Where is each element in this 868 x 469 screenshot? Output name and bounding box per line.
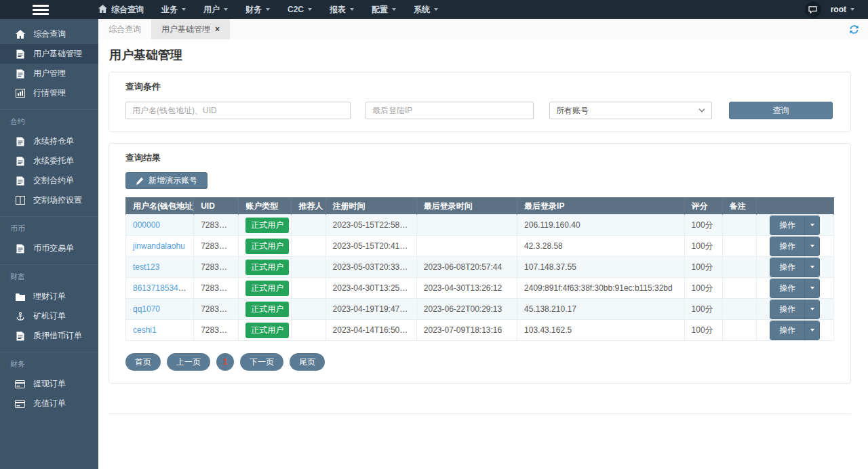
- sidebar-item-pledge-loan-orders[interactable]: 质押借币订单: [0, 326, 98, 346]
- chat-button[interactable]: [805, 1, 821, 18]
- sidebar-item-miner-orders[interactable]: 矿机订单: [0, 306, 98, 326]
- remark-cell: [722, 257, 756, 278]
- nav-item-label: 配置: [372, 4, 388, 16]
- sidebar-item-wealth-orders[interactable]: 理财订单: [0, 287, 98, 306]
- row-action-button[interactable]: 操作: [770, 279, 804, 298]
- row-action-dropdown-button[interactable]: [804, 216, 819, 234]
- nav-item-business[interactable]: 业务: [153, 0, 195, 19]
- chat-icon: [808, 6, 817, 14]
- tab-label: 用户基础管理: [161, 24, 210, 35]
- nav-item-finance[interactable]: 财务: [237, 0, 279, 19]
- nav-item-reports[interactable]: 报表: [321, 0, 363, 19]
- chevron-down-icon: [810, 224, 814, 226]
- uid-cell: 7283497: [194, 257, 239, 278]
- account-type-badge: 正式用户: [245, 260, 289, 275]
- sidebar-item-label: 永续委托单: [33, 155, 74, 167]
- row-action-dropdown-button[interactable]: [804, 300, 819, 319]
- sidebar-item-label: 提现订单: [33, 378, 66, 390]
- file-icon: [15, 137, 25, 146]
- last-login-ip-cell: 42.3.28.58: [517, 236, 684, 257]
- user-menu[interactable]: root: [831, 5, 854, 14]
- last-login-ip-cell: 2409:891f:4f63:38f:30bb:91ec:b115:32bd: [517, 278, 684, 299]
- pagination-prev-button[interactable]: 上一页: [167, 353, 210, 371]
- pagination-current-page[interactable]: 1: [216, 353, 234, 371]
- col-referrer: 推荐人: [292, 198, 326, 215]
- reg-time-cell: 2023-05-15T22:58:21: [326, 215, 416, 236]
- refresh-button[interactable]: [849, 24, 859, 35]
- sidebar-item-overview[interactable]: 综合查询: [0, 24, 98, 44]
- row-action-button[interactable]: 操作: [770, 300, 804, 319]
- account-type-badge: 正式用户: [245, 239, 289, 254]
- sidebar-item-perpetual-orders[interactable]: 永续委托单: [0, 151, 98, 171]
- sidebar-item-deposit-orders[interactable]: 充值订单: [0, 394, 98, 413]
- score-cell: 100分: [684, 236, 722, 257]
- pagination-next-button[interactable]: 下一页: [240, 353, 283, 371]
- sidebar-item-label: 交割场控设置: [33, 195, 82, 206]
- referrer-cell: [292, 257, 326, 278]
- row-action-button[interactable]: 操作: [770, 237, 804, 256]
- chevron-down-icon: [810, 266, 814, 268]
- username-input[interactable]: [125, 102, 351, 119]
- sidebar-item-label: 用户基础管理: [33, 48, 82, 60]
- username-link[interactable]: 000000: [133, 220, 160, 230]
- row-action-dropdown-button[interactable]: [804, 321, 819, 340]
- table-row: 8613718534531 7283494 正式用户 2023-04-30T13…: [126, 278, 834, 299]
- close-icon[interactable]: ×: [215, 24, 220, 34]
- row-action-button[interactable]: 操作: [770, 258, 804, 277]
- home-icon: [15, 30, 25, 39]
- username: root: [831, 5, 846, 14]
- sidebar-section-contract: 合约 永续持仓单 永续委托单 交割合约单 交割场控设置: [0, 109, 98, 210]
- card-icon: [15, 400, 25, 408]
- account-type-select[interactable]: 所有账号: [549, 102, 712, 119]
- search-button[interactable]: 查询: [729, 102, 833, 119]
- nav-item-label: 用户: [203, 4, 220, 16]
- username-link[interactable]: jinwandalaohu: [133, 241, 185, 251]
- sidebar-item-delivery-contracts[interactable]: 交割合约单: [0, 171, 98, 190]
- folder-icon: [15, 293, 25, 301]
- username-link[interactable]: ceshi1: [133, 325, 157, 335]
- nav-item-config[interactable]: 配置: [363, 0, 405, 19]
- sidebar-item-withdrawal-orders[interactable]: 提现订单: [0, 374, 98, 394]
- tab-overview[interactable]: 综合查询: [98, 19, 151, 39]
- row-action-dropdown-button[interactable]: [804, 258, 819, 277]
- score-cell: 100分: [684, 215, 722, 236]
- nav-item-system[interactable]: 系统: [405, 0, 447, 19]
- uid-cell: 7283500: [194, 215, 239, 236]
- add-demo-account-button[interactable]: 新增演示账号: [125, 172, 208, 189]
- nav-item-user[interactable]: 用户: [195, 0, 237, 19]
- sidebar-item-delivery-control-settings[interactable]: 交割场控设置: [0, 190, 98, 210]
- sidebar-item-market-mgmt[interactable]: 行情管理: [0, 83, 98, 103]
- row-action-dropdown-button[interactable]: [804, 279, 819, 298]
- file-icon: [15, 176, 25, 186]
- nav-item-c2c[interactable]: C2C: [279, 0, 321, 19]
- pagination-first-button[interactable]: 首页: [125, 353, 161, 371]
- username-link[interactable]: qq1070: [133, 304, 160, 314]
- tab-user-basic-mgmt[interactable]: 用户基础管理 ×: [151, 19, 230, 39]
- remark-cell: [722, 299, 756, 320]
- username-link[interactable]: test123: [133, 262, 159, 272]
- query-conditions-panel: 查询条件 所有账号 查询: [108, 72, 851, 132]
- hamburger-menu-icon[interactable]: [33, 5, 49, 15]
- col-score: 评分: [684, 198, 722, 215]
- refresh-icon: [849, 24, 859, 35]
- last-login-ip-cell: 103.43.162.5: [517, 320, 684, 341]
- referrer-cell: [292, 236, 326, 257]
- row-action-dropdown-button[interactable]: [804, 237, 819, 256]
- page-title: 用户基础管理: [109, 47, 851, 63]
- row-action-button[interactable]: 操作: [770, 216, 804, 234]
- sidebar-item-user-basic-mgmt[interactable]: 用户基础管理: [0, 44, 98, 64]
- sidebar-item-user-mgmt[interactable]: 用户管理: [0, 64, 98, 83]
- remark-cell: [722, 320, 756, 341]
- top-navbar: 综合查询 业务 用户 财务 C2C 报表 配置 系统: [0, 0, 868, 19]
- sidebar-item-label: 质押借币订单: [33, 330, 82, 342]
- sidebar-item-spot-trades[interactable]: 币币交易单: [0, 239, 98, 258]
- row-action-button[interactable]: 操作: [770, 321, 804, 340]
- nav-item-overview[interactable]: 综合查询: [90, 0, 153, 19]
- username-link[interactable]: 8613718534531: [133, 283, 192, 293]
- add-demo-account-label: 新增演示账号: [149, 175, 197, 186]
- last-login-ip-input[interactable]: [366, 102, 534, 119]
- sidebar-item-perpetual-positions[interactable]: 永续持仓单: [0, 131, 98, 151]
- account-type-badge: 正式用户: [245, 302, 289, 317]
- pagination-last-button[interactable]: 尾页: [290, 353, 325, 371]
- last-login-time-cell: 2023-06-08T20:57:44: [416, 257, 517, 278]
